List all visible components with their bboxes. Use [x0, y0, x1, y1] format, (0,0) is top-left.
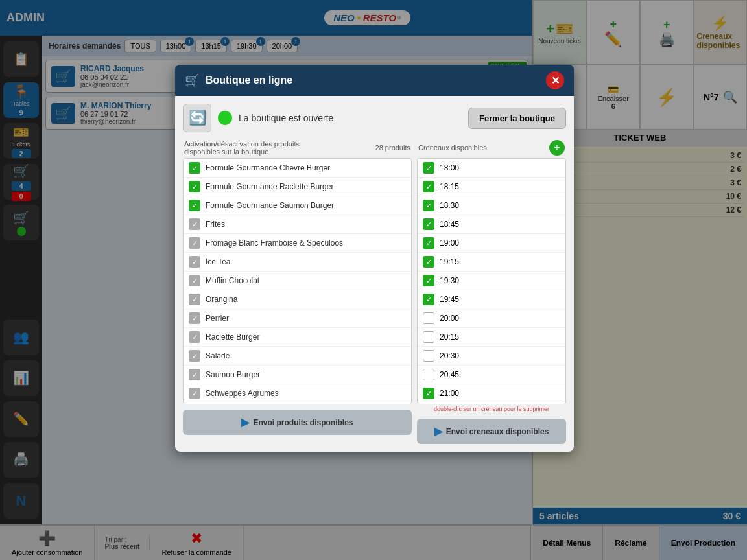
creneaux-col-header: Creneaux disponibles + [417, 140, 566, 156]
time-item[interactable]: 19:00 [418, 234, 565, 253]
time-1830: 18:30 [440, 201, 459, 210]
list-item[interactable]: Schweppes Agrumes [184, 384, 411, 403]
list-item[interactable]: Formule Gourmande Saumon Burger [184, 196, 411, 215]
toggle-1830[interactable] [423, 200, 434, 211]
list-item[interactable]: Orangina [184, 290, 411, 309]
toggle-chevre[interactable] [189, 162, 200, 174]
time-item[interactable]: 21:00 [418, 384, 565, 403]
time-1815: 18:15 [440, 182, 459, 191]
time-2100: 21:00 [440, 389, 459, 398]
list-item[interactable]: Formule Gourmande Raclette Burger [184, 178, 411, 196]
toggle-saumon-f[interactable] [189, 200, 200, 211]
toggle-1930[interactable] [423, 275, 434, 286]
time-2000: 20:00 [440, 314, 459, 323]
boutique-modal: 🛒 Boutique en ligne ✕ 🔄 La boutique est … [175, 65, 574, 452]
list-item[interactable]: Muffin Chocolat [184, 272, 411, 290]
product-raclette-b: Raclette Burger [206, 332, 259, 342]
time-item[interactable]: 19:45 [418, 290, 565, 309]
products-col-header: Activation/désactivation des produitsdis… [183, 140, 412, 156]
product-orangina: Orangina [206, 295, 237, 304]
product-saumon: Saumon Burger [206, 370, 260, 379]
toggle-2000[interactable] [423, 312, 434, 324]
arrow-icon: ▶ [241, 416, 249, 428]
send-products-btn[interactable]: ▶ Envoi produits disponibles [183, 410, 412, 435]
time-item[interactable]: 20:00 [418, 309, 565, 328]
time-item[interactable]: 20:45 [418, 366, 565, 384]
products-column: Activation/désactivation des produitsdis… [183, 140, 412, 444]
time-1930: 19:30 [440, 276, 459, 285]
time-item[interactable]: 18:00 [418, 159, 565, 178]
modal-header: 🛒 Boutique en ligne ✕ [175, 65, 574, 96]
toggle-saumon[interactable] [189, 369, 200, 380]
toggle-1800[interactable] [423, 162, 434, 174]
time-2045: 20:45 [440, 370, 459, 379]
modal-status-bar: 🔄 La boutique est ouverte Fermer la bout… [183, 104, 566, 132]
modal-close-btn[interactable]: ✕ [546, 71, 564, 89]
list-item[interactable]: Fromage Blanc Framboise & Speculoos [184, 234, 411, 253]
toggle-orangina[interactable] [189, 294, 200, 305]
modal-title: Boutique en ligne [206, 75, 292, 86]
toggle-muffin[interactable] [189, 275, 200, 286]
modal-cart-icon: 🛒 [185, 73, 199, 88]
time-item[interactable]: 19:15 [418, 253, 565, 272]
refresh-btn[interactable]: 🔄 [183, 104, 211, 132]
product-chevre: Formule Gourmande Chevre Burger [206, 163, 330, 172]
list-item[interactable]: Frites [184, 215, 411, 234]
toggle-schweppes-a[interactable] [189, 388, 200, 399]
list-item[interactable]: Raclette Burger [184, 328, 411, 347]
toggle-1900[interactable] [423, 237, 434, 249]
time-item[interactable]: 18:15 [418, 178, 565, 196]
send-creneaux-btn[interactable]: ▶ Envoi creneaux disponibles [417, 419, 566, 444]
send-products-label: Envoi produits disponibles [253, 418, 353, 427]
toggle-1945[interactable] [423, 294, 434, 305]
close-shop-btn[interactable]: Fermer la boutique [468, 108, 566, 129]
time-item[interactable]: 18:45 [418, 215, 565, 234]
toggle-1815[interactable] [423, 181, 434, 192]
list-item[interactable]: Ice Tea [184, 253, 411, 272]
time-1945: 19:45 [440, 295, 459, 304]
list-item[interactable]: Saumon Burger [184, 366, 411, 384]
time-item[interactable]: 20:15 [418, 328, 565, 347]
product-muffin: Muffin Chocolat [206, 276, 259, 285]
toggle-fromage[interactable] [189, 237, 200, 249]
toggle-frites[interactable] [189, 218, 200, 230]
arrow2-icon: ▶ [434, 425, 442, 438]
add-creneau-btn[interactable]: + [549, 140, 565, 156]
time-item[interactable]: 19:30 [418, 272, 565, 290]
toggle-icetea[interactable] [189, 256, 200, 268]
products-list[interactable]: Formule Gourmande Chevre Burger Formule … [183, 158, 412, 404]
creneaux-list[interactable]: 18:00 18:15 18:30 18:45 [417, 158, 566, 404]
list-item[interactable]: Formule Gourmande Chevre Burger [184, 159, 411, 178]
toggle-raclette[interactable] [189, 181, 200, 192]
creneaux-hint: double-clic sur un créneau pour le suppr… [417, 404, 566, 414]
product-frites: Frites [206, 220, 225, 229]
modal-body: 🔄 La boutique est ouverte Fermer la bout… [175, 96, 574, 452]
time-item[interactable]: 20:30 [418, 347, 565, 366]
product-schweppes-a: Schweppes Agrumes [206, 389, 279, 398]
list-item[interactable]: Salade [184, 347, 411, 366]
list-item[interactable]: Perrier [184, 309, 411, 328]
toggle-2045[interactable] [423, 369, 434, 380]
toggle-2015[interactable] [423, 331, 434, 343]
toggle-1845[interactable] [423, 218, 434, 230]
creneaux-header-text: Creneaux disponibles [418, 144, 487, 152]
toggle-1915[interactable] [423, 256, 434, 268]
modal-columns: Activation/désactivation des produitsdis… [183, 140, 566, 444]
time-item[interactable]: 18:30 [418, 196, 565, 215]
toggle-raclette-b[interactable] [189, 331, 200, 343]
time-2015: 20:15 [440, 332, 459, 342]
list-item[interactable]: Schweppes Tonic [184, 403, 411, 404]
time-1915: 19:15 [440, 257, 459, 266]
status-text: La boutique est ouverte [239, 113, 462, 123]
product-raclette: Formule Gourmande Raclette Burger [206, 182, 333, 191]
toggle-perrier[interactable] [189, 312, 200, 324]
time-1900: 19:00 [440, 239, 459, 248]
toggle-2100[interactable] [423, 388, 434, 399]
creneaux-column: Creneaux disponibles + 18:00 18:15 18:30 [417, 140, 566, 444]
product-fromage: Fromage Blanc Framboise & Speculoos [206, 239, 343, 248]
toggle-2030[interactable] [423, 350, 434, 362]
products-count: 28 produits [375, 144, 410, 152]
time-1800: 18:00 [440, 163, 459, 172]
toggle-salade[interactable] [189, 350, 200, 362]
product-icetea: Ice Tea [206, 257, 230, 266]
